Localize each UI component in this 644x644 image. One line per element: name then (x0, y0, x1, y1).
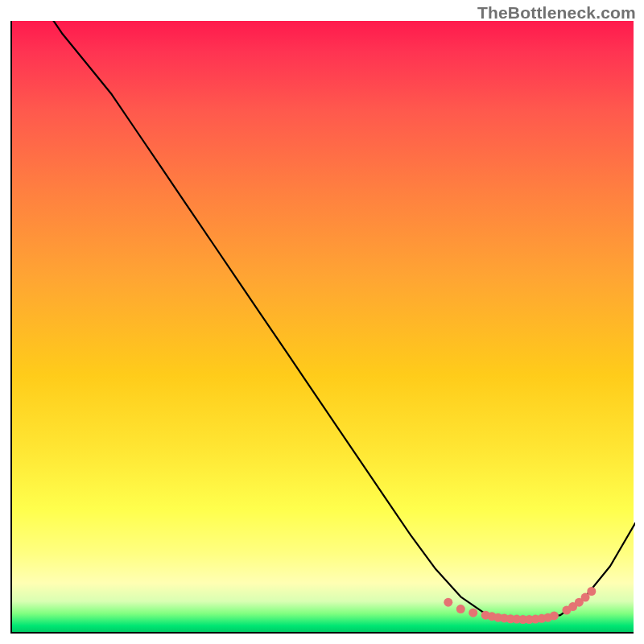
optimal-marker (587, 587, 596, 596)
plot-area (10, 21, 634, 634)
chart-svg (12, 21, 635, 634)
optimal-marker (469, 609, 477, 617)
optimal-marker (531, 615, 540, 624)
marker-group (444, 587, 596, 624)
optimal-marker (493, 613, 502, 622)
optimal-marker (550, 611, 559, 620)
chart-container: TheBottleneck.com (0, 0, 644, 644)
optimal-marker (500, 613, 509, 622)
optimal-marker (543, 613, 552, 622)
optimal-marker (481, 611, 490, 620)
optimal-marker (537, 614, 546, 623)
optimal-marker (562, 606, 571, 615)
optimal-marker (518, 615, 527, 624)
optimal-marker (444, 598, 452, 607)
watermark-text: TheBottleneck.com (477, 3, 636, 23)
curve-group (37, 21, 635, 620)
optimal-marker (568, 602, 577, 611)
optimal-marker (506, 614, 515, 623)
bottleneck-curve-path (37, 21, 635, 620)
optimal-marker (575, 598, 584, 607)
optimal-marker (512, 615, 521, 624)
optimal-marker (487, 612, 496, 621)
optimal-marker (456, 605, 465, 613)
optimal-marker (581, 593, 590, 602)
optimal-marker (525, 615, 534, 624)
